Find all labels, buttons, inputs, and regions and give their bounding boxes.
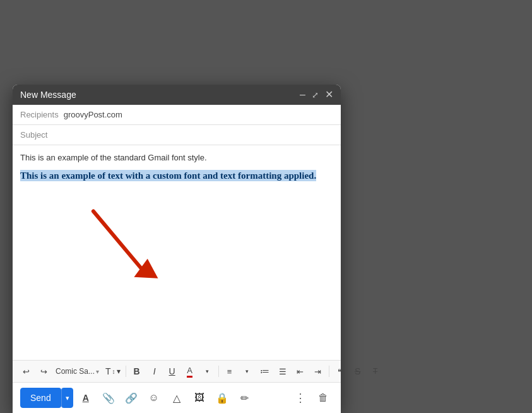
numbered-list-icon: ≔ [260, 366, 269, 377]
signature-icon: ✏ [240, 392, 249, 404]
font-dropdown-icon: ▾ [96, 368, 99, 375]
lock-icon: 🔒 [216, 392, 228, 404]
underline-button[interactable]: U [164, 363, 180, 380]
send-label: Send [30, 393, 51, 403]
font-family-selector[interactable]: Comic Sa... ▾ [53, 366, 102, 377]
compose-body[interactable]: This is an example of the standard Gmail… [13, 145, 341, 360]
font-size-selector[interactable]: T ↕ ▾ [103, 365, 123, 378]
font-name-label: Comic Sa... [56, 367, 95, 376]
divider-2 [218, 366, 219, 377]
compose-title: New Message [20, 90, 76, 100]
format-icon: A [83, 393, 89, 403]
attach-icon: 📎 [102, 392, 115, 404]
divider-3 [329, 366, 329, 377]
strikethrough-button[interactable]: S [350, 363, 366, 380]
delete-icon: 🗑 [318, 392, 328, 404]
strikethrough-icon: S [355, 366, 360, 376]
undo-button[interactable]: ↩ [18, 363, 34, 380]
send-dropdown-button[interactable]: ▾ [61, 388, 73, 408]
indent-less-button[interactable]: ⇤ [292, 363, 309, 380]
bold-button[interactable]: B [129, 363, 145, 380]
insert-link-button[interactable]: 🔗 [121, 388, 141, 408]
remove-format-button[interactable]: T [367, 363, 384, 380]
align-icon: ≡ [227, 367, 232, 376]
remove-format-icon: T [373, 367, 377, 376]
indent-more-icon: ⇥ [314, 367, 321, 376]
numbered-list-button[interactable]: ≔ [257, 363, 273, 380]
align-chevron-icon: ▾ [245, 368, 249, 374]
font-color-dropdown[interactable]: ▾ [199, 363, 216, 380]
insert-photo-button[interactable]: 🖼 [189, 388, 210, 408]
subject-field: Subject [13, 125, 341, 145]
chevron-down-icon: ▾ [206, 368, 209, 374]
arrow-annotation [88, 196, 164, 299]
compose-actions: Send ▾ A 📎 🔗 ☺ △ 🖼 🔒 ✏ [13, 383, 341, 413]
send-group: Send ▾ [20, 388, 73, 408]
header-actions: – ⤢ ✕ [300, 90, 333, 100]
indent-less-icon: ⇤ [297, 367, 304, 376]
insert-signature-button[interactable]: ✏ [235, 388, 255, 408]
compose-header: New Message – ⤢ ✕ [13, 85, 341, 105]
divider-1 [126, 366, 126, 377]
bullet-list-button[interactable]: ☰ [275, 363, 291, 380]
send-dropdown-icon: ▾ [66, 394, 69, 402]
subject-label: Subject [20, 130, 58, 140]
align-button[interactable]: ≡ [222, 363, 238, 380]
body-normal-text: This is an example of the standard Gmail… [20, 153, 333, 162]
close-button[interactable]: ✕ [325, 90, 333, 100]
recipients-value[interactable]: groovyPost.com [64, 110, 122, 119]
bold-icon: B [134, 366, 140, 376]
insert-drive-button[interactable]: △ [167, 388, 187, 408]
align-dropdown[interactable]: ▾ [239, 363, 256, 380]
size-dropdown-icon: ▾ [117, 367, 121, 376]
underline-icon: U [169, 366, 175, 376]
body-custom-text-paragraph: This is an example of text with a custom… [20, 169, 333, 183]
formatting-toolbar: ↩ ↪ Comic Sa... ▾ T ↕ ▾ B I U A ▾ ≡ [13, 360, 341, 383]
drive-icon: △ [173, 392, 180, 404]
font-color-button[interactable]: A [182, 363, 198, 380]
format-options-button[interactable]: A [76, 388, 96, 408]
more-options-button[interactable]: ⋮ [290, 388, 310, 408]
italic-button[interactable]: I [146, 363, 163, 380]
italic-icon: I [153, 366, 156, 376]
body-custom-text: This is an example of text with a custom… [20, 170, 316, 181]
send-button[interactable]: Send [20, 388, 61, 408]
svg-marker-1 [130, 258, 158, 286]
maximize-button[interactable]: ⤢ [312, 91, 319, 99]
confidential-mode-button[interactable]: 🔒 [212, 388, 232, 408]
compose-window: New Message – ⤢ ✕ Recipients groovyPost.… [13, 85, 341, 413]
redo-button[interactable]: ↪ [35, 363, 52, 380]
link-icon: 🔗 [125, 392, 138, 404]
insert-emoji-button[interactable]: ☺ [144, 388, 164, 408]
bullet-list-icon: ☰ [279, 367, 287, 376]
blockquote-button[interactable]: ❝ [332, 363, 348, 380]
recipients-label: Recipients [20, 110, 59, 119]
emoji-icon: ☺ [149, 392, 159, 404]
photo-icon: 🖼 [194, 392, 204, 404]
font-size-arrow: ↕ [112, 368, 115, 375]
svg-line-0 [93, 203, 141, 277]
attach-file-button[interactable]: 📎 [98, 388, 119, 408]
recipients-field: Recipients groovyPost.com [13, 105, 341, 125]
more-icon: ⋮ [295, 391, 306, 405]
minimize-button[interactable]: – [300, 90, 305, 100]
discard-button[interactable]: 🗑 [313, 388, 333, 408]
indent-more-button[interactable]: ⇥ [310, 363, 326, 380]
font-size-label: T [105, 366, 111, 376]
quote-icon: ❝ [338, 367, 342, 376]
font-color-icon: A [187, 366, 192, 378]
